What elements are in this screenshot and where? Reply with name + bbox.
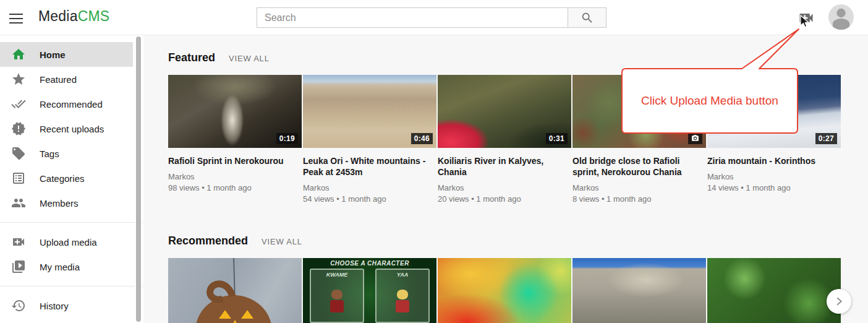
upload-media-button[interactable]: [798, 9, 815, 27]
upload-media-icon: [798, 9, 815, 27]
sidebar-item-label: History: [40, 301, 69, 311]
video-title[interactable]: Leuka Ori - White mountains - Peak at 24…: [303, 155, 436, 178]
sidebar-scrollbar-thumb[interactable]: [136, 37, 141, 322]
video-card[interactable]: [168, 258, 302, 323]
sidebar-item-recent-uploads[interactable]: Recent uploads: [0, 116, 133, 141]
sidebar-item-label: Recent uploads: [40, 124, 104, 134]
video-title[interactable]: Rafioli Sprint in Nerokourou: [168, 155, 302, 166]
image-badge: [688, 132, 702, 144]
duration-badge: 0:31: [546, 133, 568, 144]
sidebar-item-label: Featured: [40, 74, 77, 85]
video-meta: 8 views • 1 month ago: [572, 194, 706, 205]
my-media-icon: [11, 259, 26, 274]
sidebar-item-my-media[interactable]: My media: [0, 254, 133, 279]
duration-badge: 0:19: [276, 133, 298, 144]
search-bar: [257, 7, 606, 28]
video-card[interactable]: 0:19 Rafioli Sprint in Nerokourou Markos…: [168, 75, 302, 205]
video-card[interactable]: [707, 258, 841, 323]
video-thumbnail[interactable]: [438, 258, 571, 323]
history-icon: [11, 298, 26, 313]
game-character-sprite: [329, 290, 345, 314]
view-all-link[interactable]: VIEW ALL: [229, 54, 270, 63]
game-character-panel: YAA: [375, 269, 430, 323]
game-character-name: YAA: [377, 272, 428, 278]
video-meta: 14 views • 1 month ago: [707, 183, 841, 194]
game-banner-text: CHOOSE A CHARACTER: [303, 260, 436, 267]
section-title: Featured: [168, 51, 215, 64]
video-card[interactable]: [572, 258, 706, 323]
video-card[interactable]: CHOOSE A CHARACTER KWAME YAA Selected: [303, 258, 436, 323]
duration-badge: 0:46: [411, 133, 433, 144]
video-title[interactable]: Old bridge close to Rafioli sprint, Nero…: [572, 155, 706, 178]
pumpkin-craft-graphic: [168, 258, 302, 323]
video-thumbnail[interactable]: [168, 258, 302, 323]
sidebar-item-featured[interactable]: Featured: [0, 67, 133, 92]
sidebar-item-home[interactable]: Home: [0, 42, 133, 67]
new-releases-icon: [11, 121, 26, 136]
game-character-name: KWAME: [311, 272, 363, 278]
user-avatar[interactable]: [828, 4, 854, 30]
video-thumbnail[interactable]: [572, 75, 706, 148]
sidebar-item-recommended[interactable]: Recommended: [0, 92, 133, 116]
sidebar-item-label: Home: [40, 50, 66, 60]
video-thumbnail[interactable]: 0:27: [707, 75, 841, 148]
video-thumbnail[interactable]: 0:19: [168, 75, 302, 148]
members-icon: [11, 196, 26, 210]
video-thumbnail[interactable]: 0:31: [438, 75, 571, 148]
recommended-section-header: Recommended VIEW ALL: [168, 235, 868, 248]
sidebar-item-label: Categories: [40, 173, 85, 184]
video-card[interactable]: 0:31 Koiliaris River in Kalyves, Chania …: [438, 75, 571, 205]
upload-media-icon: [11, 235, 26, 249]
menu-icon[interactable]: [9, 11, 24, 25]
sidebar-item-upload-media[interactable]: Upload media: [0, 230, 133, 254]
video-card[interactable]: 0:46 Leuka Ori - White mountains - Peak …: [303, 75, 436, 205]
view-all-link[interactable]: VIEW ALL: [262, 237, 302, 246]
video-thumbnail[interactable]: [707, 258, 841, 323]
logo-text-cms: CMS: [78, 8, 110, 24]
home-icon: [11, 47, 26, 62]
game-character-panel: KWAME: [310, 269, 364, 323]
video-meta: 98 views • 1 month ago: [168, 183, 302, 194]
sidebar-item-label: My media: [40, 262, 80, 272]
video-author[interactable]: Markos: [168, 171, 302, 183]
carousel-next-button[interactable]: [827, 289, 851, 314]
sidebar-divider: [0, 222, 143, 223]
video-title[interactable]: Ziria mountain - Korinthos: [707, 155, 841, 166]
camera-icon: [691, 134, 699, 142]
video-card[interactable]: [438, 258, 571, 323]
sidebar-item-categories[interactable]: Categories: [0, 166, 133, 191]
game-character-sprite: [394, 290, 411, 314]
search-icon: [581, 11, 594, 25]
recommended-cards-row: CHOOSE A CHARACTER KWAME YAA Selected: [168, 258, 868, 323]
sidebar-item-label: Members: [40, 198, 79, 209]
sidebar-item-label: Upload media: [40, 237, 97, 248]
main-content: Featured VIEW ALL 0:19 Rafioli Sprint in…: [143, 35, 868, 323]
video-thumbnail[interactable]: 0:46: [303, 75, 436, 148]
video-thumbnail[interactable]: CHOOSE A CHARACTER KWAME YAA Selected: [303, 258, 436, 323]
video-thumbnail[interactable]: [572, 258, 706, 323]
section-title: Recommended: [168, 235, 248, 248]
sidebar-item-history[interactable]: History: [0, 293, 133, 318]
video-author[interactable]: Markos: [303, 183, 436, 194]
video-card[interactable]: Old bridge close to Rafioli sprint, Nero…: [572, 75, 706, 205]
video-author[interactable]: Markos: [572, 183, 706, 194]
categories-icon: [11, 171, 26, 186]
search-input[interactable]: [257, 7, 568, 28]
video-author[interactable]: Markos: [438, 183, 571, 194]
video-card[interactable]: 0:27 Ziria mountain - Korinthos Markos 1…: [707, 75, 841, 205]
tag-icon: [11, 146, 26, 161]
star-icon: [11, 72, 26, 87]
top-bar: MediaCMS: [0, 0, 868, 35]
app-logo[interactable]: MediaCMS: [38, 8, 109, 25]
featured-cards-row: 0:19 Rafioli Sprint in Nerokourou Markos…: [168, 75, 868, 205]
featured-section-header: Featured VIEW ALL: [168, 35, 868, 64]
sidebar-item-members[interactable]: Members: [0, 191, 133, 215]
chevron-right-icon: [833, 296, 845, 307]
duration-badge: 0:27: [815, 133, 837, 144]
person-icon: [828, 4, 854, 30]
video-author[interactable]: Markos: [707, 171, 841, 183]
sidebar-item-tags[interactable]: Tags: [0, 141, 133, 166]
search-button[interactable]: [568, 7, 606, 28]
sidebar-item-label: Recommended: [40, 99, 103, 110]
video-title[interactable]: Koiliaris River in Kalyves, Chania: [438, 155, 571, 178]
